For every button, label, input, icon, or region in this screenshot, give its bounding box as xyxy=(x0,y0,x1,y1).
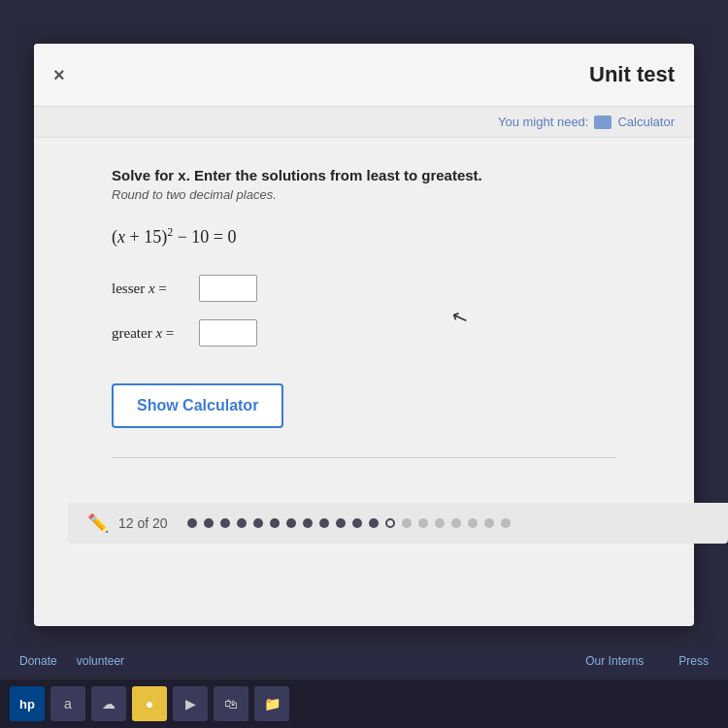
dot-current xyxy=(385,518,395,528)
taskbar: hp a ☁ ● ▶ 🛍 📁 xyxy=(0,679,728,728)
you-might-need-text: You might need: xyxy=(498,115,588,129)
dot-empty-3 xyxy=(435,518,445,528)
calculator-icon xyxy=(594,116,612,129)
dot-filled-7 xyxy=(286,518,296,528)
calculator-link[interactable]: Calculator xyxy=(617,115,675,129)
lesser-x-label: lesser x = xyxy=(112,281,189,297)
dot-empty-2 xyxy=(418,518,428,528)
dot-filled-12 xyxy=(369,518,379,528)
page-title: Unit test xyxy=(589,62,675,87)
progress-dots xyxy=(185,518,513,528)
header-bar: × Unit test xyxy=(34,44,694,107)
equation-x: x xyxy=(117,227,125,247)
dot-filled-2 xyxy=(204,518,214,528)
dot-filled-3 xyxy=(220,518,230,528)
video-btn[interactable]: ▶ xyxy=(173,686,208,721)
dot-empty-5 xyxy=(468,518,478,528)
dot-filled-8 xyxy=(303,518,313,528)
donate-link[interactable]: Donate xyxy=(19,654,57,668)
greater-x-input[interactable] xyxy=(199,319,257,347)
dot-empty-6 xyxy=(484,518,494,528)
dot-empty-4 xyxy=(451,518,461,528)
close-button[interactable]: × xyxy=(53,64,65,86)
content-divider xyxy=(112,457,616,458)
greater-x-label: greater x = xyxy=(112,325,189,342)
cloud-btn[interactable]: ☁ xyxy=(91,686,126,721)
interns-link[interactable]: Our Interns xyxy=(585,654,644,668)
progress-text: 12 of 20 xyxy=(118,515,168,531)
progress-icon: ✏️ xyxy=(87,513,109,534)
lesser-x-input[interactable] xyxy=(199,275,257,302)
dot-filled-6 xyxy=(270,518,280,528)
dot-filled-11 xyxy=(352,518,362,528)
dot-filled-1 xyxy=(187,518,197,528)
dot-empty-1 xyxy=(402,518,412,528)
lesser-x-row: lesser x = xyxy=(112,275,616,302)
dot-filled-5 xyxy=(253,518,263,528)
show-calculator-button[interactable]: Show Calculator xyxy=(112,383,283,428)
press-link[interactable]: Press xyxy=(678,654,709,668)
amazon-btn[interactable]: a xyxy=(50,686,85,721)
bottom-links-bar: Donate volunteer Our Interns Press xyxy=(0,647,728,675)
question-sub-instruction: Round to two decimal places. xyxy=(112,187,616,202)
hp-logo: hp xyxy=(10,686,45,721)
files-btn[interactable]: 📁 xyxy=(254,686,289,721)
volunteer-link[interactable]: volunteer xyxy=(77,654,124,668)
content-area: Solve for x. Enter the solutions from le… xyxy=(34,138,694,487)
store-btn[interactable]: 🛍 xyxy=(214,686,248,721)
subheader-bar: You might need: Calculator xyxy=(34,107,694,138)
footer-bar: ✏️ 12 of 20 xyxy=(68,503,728,544)
chrome-btn[interactable]: ● xyxy=(132,686,167,721)
dot-empty-7 xyxy=(501,518,511,528)
dot-filled-10 xyxy=(336,518,346,528)
greater-x-row: greater x = xyxy=(112,319,616,347)
dot-filled-4 xyxy=(237,518,247,528)
main-panel: × Unit test You might need: Calculator S… xyxy=(34,44,694,626)
question-instruction: Solve for x. Enter the solutions from le… xyxy=(112,167,616,183)
dot-filled-9 xyxy=(319,518,329,528)
equation-display: (x + 15)2 − 10 = 0 xyxy=(112,225,616,248)
